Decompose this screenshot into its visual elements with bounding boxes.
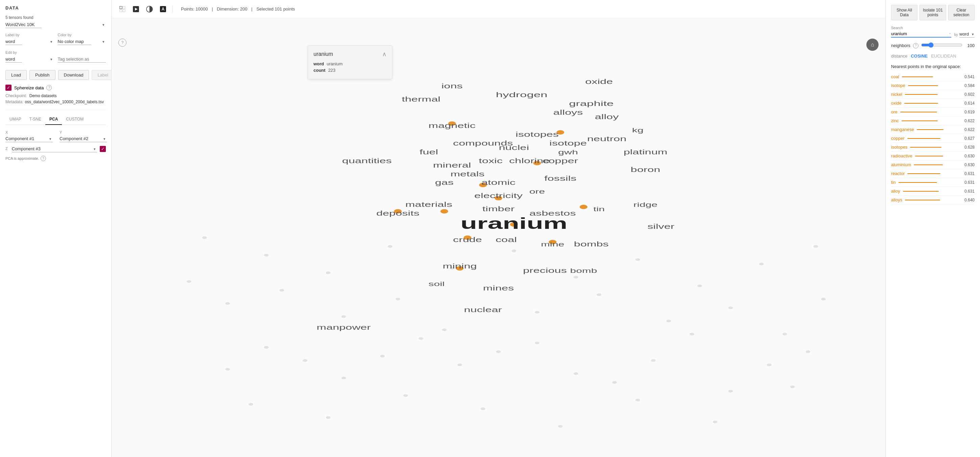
tab-custom[interactable]: CUSTOM bbox=[62, 114, 88, 125]
nearest-name[interactable]: oxide bbox=[891, 101, 902, 105]
dataset-dropdown[interactable]: Word2Vec 10K bbox=[5, 21, 41, 28]
x-axis-dropdown[interactable]: Component #1 bbox=[5, 136, 53, 142]
nearest-name[interactable]: zinc bbox=[891, 118, 899, 123]
nearest-bar bbox=[903, 191, 939, 192]
nearest-bar bbox=[914, 165, 943, 165]
nearest-item: manganese 0.622 bbox=[891, 125, 975, 134]
color-by-dropdown[interactable]: No color map bbox=[58, 38, 91, 45]
nearest-name[interactable]: tin bbox=[891, 180, 896, 185]
neighbors-slider[interactable] bbox=[921, 42, 963, 48]
neighbors-help-icon[interactable]: ? bbox=[913, 43, 918, 48]
svg-text:mineral: mineral bbox=[433, 161, 471, 169]
canvas-area[interactable]: uranium graphite hydrogen ions oxide the… bbox=[111, 18, 885, 457]
tab-umap[interactable]: UMAP bbox=[5, 114, 25, 125]
nearest-name[interactable]: isotope bbox=[891, 83, 905, 88]
svg-point-19 bbox=[651, 359, 656, 362]
svg-text:neutron: neutron bbox=[587, 135, 626, 142]
label-button[interactable]: Label bbox=[92, 70, 111, 80]
clear-selection-button[interactable]: Clear selection bbox=[948, 5, 975, 20]
y-axis-label: Y bbox=[59, 130, 107, 134]
night-mode-icon[interactable] bbox=[130, 4, 142, 14]
svg-text:copper: copper bbox=[543, 157, 578, 165]
tab-tsne[interactable]: T-SNE bbox=[25, 114, 45, 125]
popup-count-value: 223 bbox=[328, 68, 336, 73]
svg-text:alloy: alloy bbox=[595, 113, 619, 121]
color-by-label: Color by bbox=[58, 33, 106, 37]
tensors-found: 5 tensors found bbox=[5, 15, 106, 20]
nearest-item: alloys 0.640 bbox=[891, 196, 975, 205]
svg-point-27 bbox=[480, 407, 485, 410]
nearest-name[interactable]: alloy bbox=[891, 189, 900, 193]
z-axis-checkbox[interactable] bbox=[100, 146, 106, 152]
svg-text:uranium: uranium bbox=[461, 215, 568, 232]
nearest-name[interactable]: isotopes bbox=[891, 145, 907, 150]
tag-input[interactable] bbox=[58, 56, 106, 62]
sphereize-checkbox[interactable] bbox=[5, 85, 11, 91]
nearest-bar bbox=[900, 112, 937, 112]
tab-pca[interactable]: PCA bbox=[45, 114, 62, 125]
approx-help-icon[interactable]: ? bbox=[41, 156, 46, 161]
nearest-name[interactable]: reactor bbox=[891, 171, 905, 176]
nearest-item: oxide 0.614 bbox=[891, 99, 975, 108]
svg-point-22 bbox=[767, 364, 772, 366]
download-button[interactable]: Download bbox=[58, 70, 89, 80]
sphereize-help-icon[interactable]: ? bbox=[46, 85, 52, 90]
nearest-name[interactable]: aluminium bbox=[891, 162, 911, 167]
contrast-icon[interactable] bbox=[144, 4, 155, 14]
scatter-plot[interactable]: uranium graphite hydrogen ions oxide the… bbox=[111, 18, 885, 457]
checkpoint-label: Checkpoint: bbox=[5, 93, 27, 98]
nearest-points-list: coal 0.541 isotope 0.584 nickel 0.602 ox… bbox=[891, 72, 975, 205]
metadata-value: oss_data/word2vec_10000_200d_labels.tsv bbox=[25, 99, 104, 104]
svg-point-13 bbox=[418, 337, 423, 340]
search-input[interactable] bbox=[891, 30, 951, 38]
isolate-button[interactable]: Isolate 101 points bbox=[920, 5, 946, 20]
publish-button[interactable]: Publish bbox=[29, 70, 56, 80]
label-icon[interactable]: A bbox=[158, 4, 169, 14]
top-buttons: Show All Data Isolate 101 points Clear s… bbox=[891, 5, 975, 20]
euclidean-button[interactable]: EUCLIDEAN bbox=[931, 53, 956, 59]
svg-text:mining: mining bbox=[443, 262, 477, 270]
nearest-bar-wrapper bbox=[910, 147, 960, 148]
popup-close-icon[interactable]: ∧ bbox=[382, 50, 387, 58]
popup-word-key: word bbox=[313, 61, 324, 66]
svg-text:materials: materials bbox=[405, 201, 452, 209]
nearest-name[interactable]: radioactive bbox=[891, 153, 912, 158]
nearest-name[interactable]: nickel bbox=[891, 92, 902, 97]
dimension-info: Dimension: 200 bbox=[217, 6, 247, 11]
label-by-dropdown[interactable]: word bbox=[5, 38, 22, 45]
svg-point-26 bbox=[403, 395, 408, 397]
svg-point-30 bbox=[713, 420, 718, 423]
svg-point-35 bbox=[342, 315, 346, 318]
show-all-button[interactable]: Show All Data bbox=[891, 5, 918, 20]
nearest-name[interactable]: coal bbox=[891, 74, 899, 79]
home-button[interactable]: ⌂ bbox=[866, 38, 878, 51]
svg-point-50 bbox=[574, 276, 578, 279]
load-button[interactable]: Load bbox=[5, 70, 27, 80]
nearest-item: alloy 0.631 bbox=[891, 187, 975, 196]
cosine-button[interactable]: COSINE bbox=[911, 53, 928, 59]
canvas-help-icon[interactable]: ? bbox=[118, 38, 126, 47]
edit-by-dropdown[interactable]: word bbox=[5, 56, 22, 62]
nearest-name[interactable]: alloys bbox=[891, 197, 902, 203]
svg-point-40 bbox=[666, 320, 671, 322]
nearest-bar-wrapper bbox=[915, 156, 960, 157]
nearest-item: isotopes 0.628 bbox=[891, 143, 975, 152]
by-dropdown[interactable]: word bbox=[959, 31, 975, 38]
label-by-label: Label by bbox=[5, 33, 54, 37]
nearest-name[interactable]: ore bbox=[891, 109, 897, 114]
nearest-bar-wrapper bbox=[903, 191, 960, 192]
svg-text:ridge: ridge bbox=[633, 201, 657, 209]
svg-point-41 bbox=[729, 306, 733, 309]
svg-text:ore: ore bbox=[529, 188, 545, 195]
points-info: Points: 10000 bbox=[181, 6, 208, 11]
z-axis-dropdown[interactable]: Component #3 bbox=[12, 145, 97, 152]
svg-point-12 bbox=[380, 355, 385, 358]
svg-point-43 bbox=[821, 298, 826, 300]
y-axis-dropdown[interactable]: Component #2 bbox=[59, 136, 107, 142]
nearest-name[interactable]: copper bbox=[891, 136, 905, 141]
nearest-bar-wrapper bbox=[905, 200, 960, 200]
nearest-name[interactable]: manganese bbox=[891, 127, 914, 132]
nearest-bar-wrapper bbox=[917, 129, 960, 130]
svg-point-39 bbox=[597, 294, 601, 296]
selection-box-icon[interactable] bbox=[117, 4, 128, 14]
